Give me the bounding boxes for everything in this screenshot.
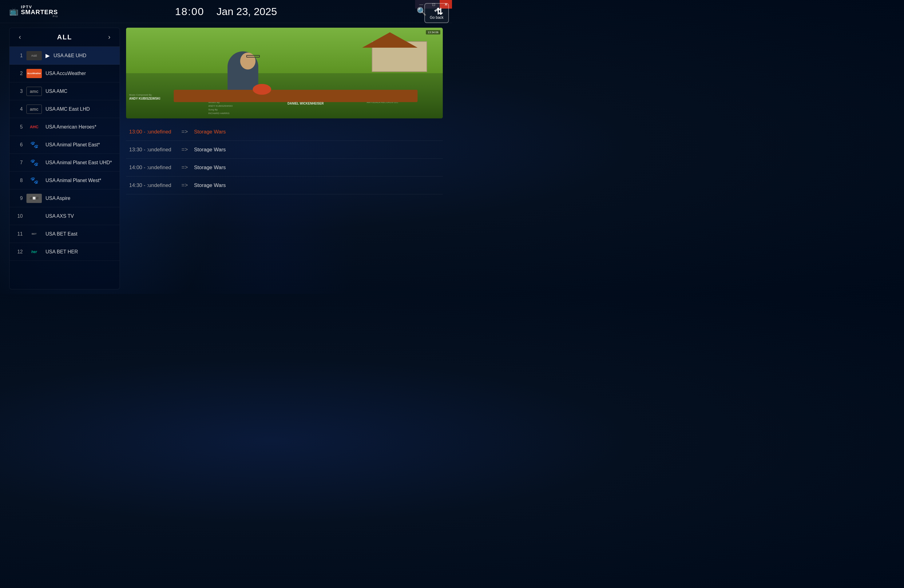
channel-number: 3 [14, 89, 23, 94]
epg-title: Storage Wars [194, 129, 226, 135]
logo-pro: Pro [21, 15, 58, 18]
channel-number: 1 [14, 53, 23, 58]
header: 📺 IPTV SMARTERS Pro 18:00 Jan 23, 2025 🔍… [0, 0, 452, 23]
video-preview[interactable]: Music Composed By ANDY KUBISZEWSKI Stora… [126, 28, 443, 119]
channel-logo: ⬛⬜⬛ [27, 194, 42, 203]
channel-name: USA BET East [46, 231, 115, 237]
video-timestamp: 13:34:06 [426, 30, 440, 35]
channel-logo: AHC [27, 122, 42, 132]
channel-logo: her [27, 247, 42, 256]
epg-time: 14:30 - :undefined [129, 182, 175, 188]
channel-logo: 🐾 [27, 176, 42, 185]
channel-row[interactable]: 4 amc USA AMC East LHD [9, 100, 120, 118]
epg-time: 14:00 - :undefined [129, 164, 175, 171]
channel-name: USA AXS TV [46, 213, 115, 219]
channel-row[interactable]: 7 🐾 USA Animal Planet East UHD* [9, 154, 120, 172]
channel-row[interactable]: 2 AccuWeather USA AccuWeather [9, 65, 120, 82]
channel-number: 7 [14, 160, 23, 166]
epg-item[interactable]: 14:00 - :undefined => Storage Wars [126, 159, 443, 177]
current-date: Jan 23, 2025 [217, 6, 277, 17]
logo-smarters: SMARTERS [21, 9, 58, 15]
channel-row[interactable]: 12 her USA BET HER [9, 243, 120, 261]
channel-number: 8 [14, 178, 23, 183]
channel-panel: ‹ ALL › 1 A&E ▶ USA A&E UHD 2 AccuWeathe… [9, 28, 120, 289]
channel-name: USA Animal Planet East UHD* [46, 160, 115, 166]
channel-row[interactable]: 10 USA AXS TV [9, 207, 120, 225]
channel-number: 4 [14, 106, 23, 112]
epg-item[interactable]: 14:30 - :undefined => Storage Wars [126, 177, 443, 194]
tv-icon: 📺 [9, 7, 19, 16]
epg-item[interactable]: 13:00 - :undefined => Storage Wars [126, 123, 443, 141]
channel-number: 9 [14, 196, 23, 201]
epg-title: Storage Wars [194, 164, 226, 171]
channel-logo: BET [27, 229, 42, 239]
channel-logo: 🐾 [27, 140, 42, 149]
channel-row[interactable]: 8 🐾 USA Animal Planet West* [9, 172, 120, 190]
channel-logo: AccuWeather [27, 69, 42, 78]
channel-name: USA Animal Planet East* [46, 142, 115, 148]
channel-logo [27, 212, 42, 221]
epg-list: 13:00 - :undefined => Storage Wars 13:30… [126, 123, 443, 289]
epg-item[interactable]: 13:30 - :undefined => Storage Wars [126, 141, 443, 159]
play-icon: ▶ [46, 52, 50, 59]
channel-row[interactable]: 6 🐾 USA Animal Planet East* [9, 136, 120, 154]
logo: 📺 IPTV SMARTERS Pro [9, 5, 58, 18]
channel-name: USA Aspire [46, 196, 115, 201]
channel-logo: amc [27, 104, 42, 114]
epg-arrow-icon: => [182, 182, 188, 188]
glasses [246, 55, 260, 57]
channel-number: 2 [14, 71, 23, 76]
prev-category-button[interactable]: ‹ [16, 32, 24, 43]
header-center: 18:00 Jan 23, 2025 [175, 6, 277, 17]
channel-row[interactable]: 11 BET USA BET East [9, 225, 120, 243]
epg-time: 13:00 - :undefined [129, 129, 175, 135]
channel-number: 11 [14, 231, 23, 237]
channel-list: 1 A&E ▶ USA A&E UHD 2 AccuWeather USA Ac… [9, 47, 120, 289]
roof-bg [362, 32, 417, 47]
current-time: 18:00 [175, 6, 204, 17]
epg-arrow-icon: => [182, 146, 188, 153]
channel-number: 6 [14, 142, 23, 148]
epg-arrow-icon: => [182, 128, 188, 135]
video-scene: Music Composed By ANDY KUBISZEWSKI Stora… [126, 28, 443, 119]
epg-title: Storage Wars [194, 147, 226, 153]
channel-row[interactable]: 5 AHC USA American Heroes* [9, 118, 120, 136]
epg-time: 13:30 - :undefined [129, 147, 175, 153]
channel-logo: A&E [27, 51, 42, 60]
main-content: ‹ ALL › 1 A&E ▶ USA A&E UHD 2 AccuWeathe… [0, 23, 452, 294]
channel-name: USA AccuWeather [46, 71, 115, 76]
logo-text: IPTV SMARTERS Pro [21, 5, 58, 18]
channel-logo: amc [27, 87, 42, 96]
right-panel: Music Composed By ANDY KUBISZEWSKI Stora… [126, 28, 443, 289]
channel-logo: 🐾 [27, 158, 42, 167]
go-back-button[interactable]: ↩ Go back [424, 3, 449, 23]
channel-row[interactable]: 1 A&E ▶ USA A&E UHD [9, 47, 120, 65]
table [174, 90, 417, 102]
channel-name: USA A&E UHD [54, 53, 115, 58]
channel-nav: ‹ ALL › [9, 28, 120, 47]
channel-number: 12 [14, 249, 23, 254]
category-title: ALL [57, 33, 72, 41]
channel-number: 5 [14, 124, 23, 130]
go-back-label: Go back [430, 15, 444, 20]
channel-name: USA BET HER [46, 249, 115, 254]
channel-name: USA Animal Planet West* [46, 178, 115, 183]
channel-number: 10 [14, 213, 23, 219]
go-back-arrow-icon: ↩ [434, 7, 439, 14]
next-category-button[interactable]: › [105, 32, 114, 43]
channel-name: USA AMC [46, 89, 115, 94]
channel-name: USA American Heroes* [46, 124, 115, 130]
epg-arrow-icon: => [182, 164, 188, 171]
epg-title: Storage Wars [194, 182, 226, 188]
channel-name: USA AMC East LHD [46, 106, 115, 112]
channel-row[interactable]: 3 amc USA AMC [9, 82, 120, 100]
channel-row[interactable]: 9 ⬛⬜⬛ USA Aspire [9, 190, 120, 207]
